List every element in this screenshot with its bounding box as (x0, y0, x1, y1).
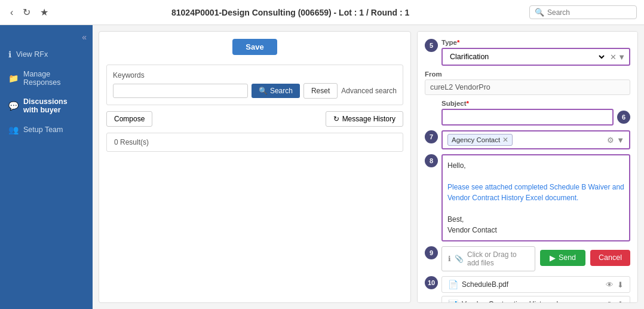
xlsx-icon: 📊 (448, 299, 458, 303)
sidebar: « ℹ View RFx 📁 Manage Responses 💬 Discus… (0, 25, 93, 309)
send-icon: ▶ (550, 253, 556, 262)
cancel-button[interactable]: Cancel (590, 250, 630, 266)
action-row: Compose ↻ Message History (106, 111, 403, 127)
right-panel: 5 Type* Clarification ✕ ▼ (417, 31, 638, 303)
file-view-icon-0[interactable]: 👁 (606, 280, 614, 289)
to-tag-label: Agency Contact (452, 136, 500, 143)
send-button[interactable]: ▶ Send (540, 250, 585, 266)
step-5-circle: 5 (425, 39, 438, 52)
compose-button[interactable]: Compose (106, 111, 152, 127)
chat-icon: 💬 (8, 101, 19, 111)
top-search-input[interactable] (547, 8, 631, 17)
sidebar-item-manage-responses[interactable]: 📁 Manage Responses (0, 65, 93, 92)
sidebar-collapse-button[interactable]: « (0, 30, 93, 44)
from-group: From cureL2 VendorPro (425, 71, 630, 95)
file-row-0: 📄 ScheduleB.pdf 👁 ⬇ (441, 276, 630, 293)
sidebar-label-setup-team: Setup Team (23, 126, 63, 134)
to-field[interactable]: Agency Contact ✕ ⚙ ▼ (441, 130, 630, 149)
attachment-drop[interactable]: ℹ 📎 Click or Drag to add files (441, 246, 535, 271)
attachment-text: Click or Drag to add files (467, 250, 529, 267)
message-text: Please see attached completed Schedule B… (447, 182, 624, 203)
sidebar-item-discussions[interactable]: 💬 Discussions with buyer (0, 92, 93, 120)
left-panel: Save Keywords 🔍 Search Reset Advanced se… (99, 31, 411, 303)
reset-button[interactable]: Reset (303, 83, 338, 99)
content-area: Save Keywords 🔍 Search Reset Advanced se… (93, 25, 644, 309)
send-label: Send (559, 253, 576, 262)
file-name-0: ScheduleB.pdf (462, 280, 508, 289)
keywords-label: Keywords (113, 71, 397, 79)
to-field-icons: ⚙ ▼ (607, 136, 624, 145)
save-bar: Save (106, 39, 403, 55)
search-btn-label: Search (270, 87, 293, 95)
file-download-icon-1[interactable]: ⬇ (617, 300, 624, 304)
file-name-1: Vendor_Contracting_History.xlsx (462, 300, 565, 303)
type-row: 5 Type* Clarification ✕ ▼ (425, 39, 630, 66)
send-cancel-row: ▶ Send Cancel (540, 250, 630, 266)
message-signer: Vendor Contact (447, 225, 624, 235)
main-layout: « ℹ View RFx 📁 Manage Responses 💬 Discus… (0, 25, 644, 309)
message-sign: Best, (447, 214, 624, 225)
step-6-circle: 6 (617, 111, 630, 124)
subject-input[interactable]: Schedule B Waiver Submission (441, 109, 614, 126)
from-value: cureL2 VendorPro (425, 79, 630, 95)
sidebar-label-discussions: Discussions with buyer (23, 97, 84, 114)
team-icon: 👥 (8, 125, 19, 134)
file-view-icon-1[interactable]: 👁 (606, 300, 614, 304)
message-link: Please see attached completed Schedule B… (447, 183, 624, 202)
nav-buttons: ‹ ↻ ★ (7, 5, 51, 19)
file-download-icon-0[interactable]: ⬇ (617, 280, 624, 289)
compose-label: Compose (114, 115, 145, 123)
clear-icon[interactable]: ✕ (610, 53, 617, 62)
type-select[interactable]: Clarification (443, 49, 606, 65)
to-chevron-icon[interactable]: ▼ (617, 136, 624, 145)
type-label: Type* (441, 39, 630, 46)
folder-icon: 📁 (8, 74, 19, 83)
chevron-down-icon[interactable]: ▼ (618, 53, 625, 62)
step-8-circle: 8 (425, 154, 438, 167)
info-icon: ℹ (8, 50, 11, 59)
to-tag: Agency Contact ✕ (447, 134, 513, 146)
sidebar-item-view-rfx[interactable]: ℹ View RFx (0, 44, 93, 65)
page-title: 81024P0001-Design Consulting (006659) - … (56, 8, 525, 17)
history-icon: ↻ (333, 115, 339, 123)
history-button[interactable]: ↻ (20, 5, 33, 19)
type-icons: ✕ ▼ (606, 53, 629, 62)
from-label: From (425, 71, 630, 78)
pdf-icon: 📄 (448, 280, 458, 289)
to-tag-remove[interactable]: ✕ (502, 136, 508, 144)
step-9-circle: 9 (425, 246, 438, 259)
keywords-section: Keywords 🔍 Search Reset Advanced search (106, 65, 403, 105)
attachment-row: 9 ℹ 📎 Click or Drag to add files ▶ Send … (425, 246, 630, 271)
type-group: Type* Clarification ✕ ▼ (441, 39, 630, 66)
file-actions-1: 👁 ⬇ (606, 300, 624, 304)
sidebar-label-view-rfx: View RFx (16, 50, 48, 59)
sidebar-label-manage-responses: Manage Responses (23, 70, 84, 87)
history-label: Message History (342, 115, 395, 123)
message-hello: Hello, (447, 160, 624, 171)
back-button[interactable]: ‹ (7, 6, 16, 19)
paperclip-icon: 📎 (455, 255, 464, 263)
search-icon: 🔍 (259, 87, 268, 95)
top-search-box: 🔍 (529, 5, 637, 19)
message-row: 8 Hello, Please see attached completed S… (425, 154, 630, 241)
files-section: 10 📄 ScheduleB.pdf 👁 ⬇ 📊 Vendor_Contract… (425, 276, 630, 303)
subject-label: Subject* (441, 100, 630, 107)
info-icon: ℹ (448, 255, 451, 263)
search-icon: 🔍 (535, 8, 544, 17)
step-10-circle: 10 (425, 276, 438, 289)
to-settings-icon[interactable]: ⚙ (607, 136, 614, 145)
file-row-1: 📊 Vendor_Contracting_History.xlsx 👁 ⬇ (441, 296, 630, 303)
advanced-search-button[interactable]: Advanced search (341, 87, 397, 95)
keywords-row: 🔍 Search Reset Advanced search (113, 83, 397, 99)
top-bar: ‹ ↻ ★ 81024P0001-Design Consulting (0066… (0, 0, 644, 25)
results-count: 0 Result(s) (114, 138, 149, 146)
keywords-input[interactable] (113, 84, 248, 98)
bookmark-button[interactable]: ★ (37, 5, 51, 19)
save-button[interactable]: Save (232, 39, 277, 55)
sidebar-item-setup-team[interactable]: 👥 Setup Team (0, 120, 93, 140)
message-body[interactable]: Hello, Please see attached completed Sch… (441, 154, 630, 241)
search-button[interactable]: 🔍 Search (252, 84, 300, 98)
step-7-circle: 7 (425, 130, 438, 143)
message-history-button[interactable]: ↻ Message History (326, 111, 403, 127)
subject-group: Subject* Schedule B Waiver Submission 6 (441, 100, 630, 126)
